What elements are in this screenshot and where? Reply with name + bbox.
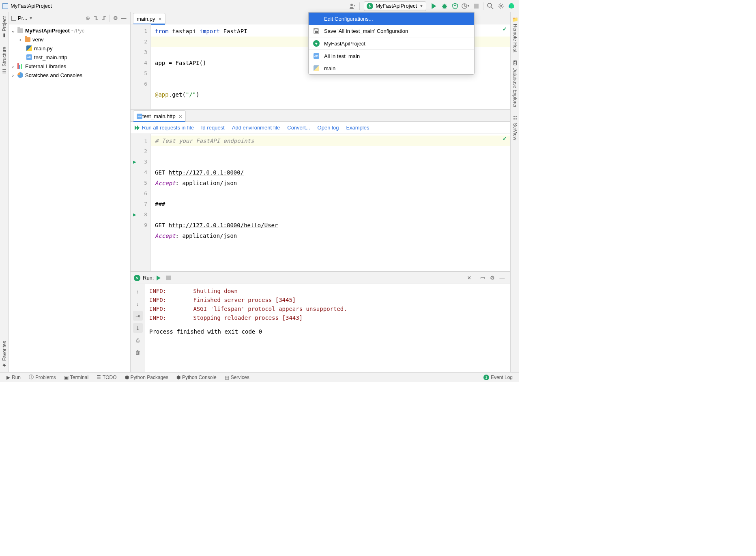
editor-tab[interactable]: main.py × — [133, 13, 165, 24]
left-tool-strip: ▮Project ☰Structure ★Favorites — [0, 12, 9, 372]
svg-point-0 — [350, 4, 353, 6]
coverage-button[interactable] — [451, 2, 460, 11]
gear-icon[interactable]: ⚙ — [112, 14, 120, 22]
run-panel-title: Run: — [143, 275, 154, 281]
jetbrains-icon[interactable] — [507, 2, 516, 11]
down-icon[interactable]: ↓ — [133, 299, 143, 308]
sciview-tool-button[interactable]: ☷SciView — [512, 116, 518, 140]
search-icon[interactable] — [486, 2, 495, 11]
terminal-tool-button[interactable]: ▣Terminal — [64, 375, 88, 380]
run-all-requests-button[interactable]: Run all requests in file — [135, 125, 194, 131]
expand-arrow-icon[interactable]: › — [18, 37, 23, 43]
add-env-file-button[interactable]: Add environment file — [232, 125, 280, 131]
event-log-button[interactable]: 1Event Log — [483, 375, 513, 380]
remote-host-tool-button[interactable]: 📁Remote Host — [512, 16, 518, 52]
gear-icon[interactable]: ⚙ — [488, 274, 496, 282]
tree-item[interactable]: External Libraries — [25, 63, 66, 69]
project-tool-window: Pr...▼ ⊕ ⇅ ⇵ ⚙ — ⌄MyFastApiProject ~/Pyc… — [9, 12, 131, 372]
tree-project-root[interactable]: MyFastApiProject — [25, 28, 70, 34]
python-packages-tool-button[interactable]: ⬢Python Packages — [125, 375, 168, 380]
expand-arrow-icon[interactable]: ⌄ — [11, 28, 15, 34]
svg-rect-3 — [474, 4, 479, 9]
hide-icon[interactable]: — — [498, 274, 506, 282]
convert-button[interactable]: Convert... — [287, 125, 310, 131]
inspection-ok-icon[interactable]: ✓ — [503, 136, 507, 142]
tree-item[interactable]: main.py — [34, 45, 53, 52]
python-icon — [313, 65, 320, 72]
editor-gutter[interactable]: 123456 — [131, 24, 151, 109]
run-gutter-icon[interactable]: ▶ — [133, 209, 136, 220]
status-bar: ▶Run ⓘProblems ▣Terminal ☰TODO ⬢Python P… — [0, 372, 519, 382]
services-tool-button[interactable]: ▤Services — [225, 375, 249, 380]
favorites-tool-button[interactable]: ★Favorites — [2, 341, 7, 368]
up-icon[interactable]: ↑ — [133, 287, 143, 296]
project-tree[interactable]: ⌄MyFastApiProject ~/Pyc ›venv main.py AP… — [9, 24, 130, 372]
dropdown-config-item[interactable]: API All in test_main — [309, 50, 474, 62]
dropdown-config-item[interactable]: main — [309, 62, 474, 74]
svg-point-5 — [500, 5, 502, 7]
debug-button[interactable] — [440, 2, 449, 11]
editor-test-main-http: API test_main.http × Run all requests in… — [131, 110, 510, 272]
collapse-all-icon[interactable]: ⇵ — [100, 14, 108, 22]
profile-button[interactable]: ▼ — [461, 2, 470, 11]
close-icon[interactable]: × — [465, 274, 473, 282]
run-side-toolbar: ↑ ↓ ⇥ ⤓ ⎙ 🗑 — [131, 284, 145, 372]
stop-button[interactable] — [164, 274, 172, 282]
open-log-button[interactable]: Open log — [318, 125, 339, 131]
scroll-to-end-icon[interactable]: ⤓ — [133, 323, 143, 333]
svg-point-4 — [488, 3, 492, 7]
tree-item[interactable]: venv — [32, 37, 43, 43]
close-icon[interactable]: × — [159, 16, 162, 22]
project-tool-button[interactable]: ▮Project — [2, 16, 7, 39]
http-client-toolbar: Run all requests in file Id request Add … — [131, 122, 510, 134]
run-gutter-icon[interactable]: ▶ — [133, 157, 136, 167]
fastapi-icon — [367, 3, 373, 9]
expand-all-icon[interactable]: ⇅ — [92, 14, 100, 22]
chevron-down-icon: ▼ — [419, 4, 423, 8]
inspection-ok-icon[interactable]: ✓ — [503, 26, 507, 32]
project-icon — [2, 3, 8, 9]
user-icon[interactable] — [348, 2, 357, 11]
http-icon: API — [313, 52, 320, 60]
hide-icon[interactable]: — — [120, 14, 128, 22]
fastapi-icon — [134, 275, 140, 281]
id-request-button[interactable]: Id request — [201, 125, 225, 131]
tree-item[interactable]: test_main.http — [34, 54, 67, 60]
todo-tool-button[interactable]: ☰TODO — [97, 375, 116, 380]
project-name: MyFastApiProject — [11, 3, 52, 9]
editor-gutter[interactable]: 12 ▶3 4567 ▶8 9 — [131, 134, 151, 271]
run-config-selector[interactable]: MyFastApiProject ▼ — [364, 1, 426, 11]
run-button[interactable] — [430, 2, 438, 11]
run-tool-window: Run: × ▭ ⚙ — ↑ ↓ ⇥ ⤓ — [131, 272, 510, 372]
delete-icon[interactable]: 🗑 — [133, 347, 143, 357]
layout-icon[interactable]: ▭ — [479, 274, 487, 282]
stop-button[interactable] — [472, 2, 481, 11]
save-icon — [313, 27, 320, 34]
run-console-output[interactable]: INFO: Shutting down INFO: Finished serve… — [145, 284, 510, 372]
rerun-button[interactable] — [155, 274, 163, 282]
settings-icon[interactable] — [496, 2, 505, 11]
code-editor[interactable]: # Test your FastAPI endpoints GET http:/… — [151, 134, 510, 271]
panel-title: Pr... — [18, 15, 27, 21]
svg-rect-7 — [315, 31, 318, 33]
expand-arrow-icon[interactable]: › — [11, 63, 15, 69]
tree-item[interactable]: Scratches and Consoles — [25, 72, 82, 78]
dropdown-save-configuration[interactable]: Save 'All in test_main' Configuration — [309, 25, 474, 37]
navigation-bar: MyFastApiProject MyFastApiProject ▼ ▼ — [0, 0, 519, 12]
python-console-tool-button[interactable]: ⬢Python Console — [176, 375, 217, 380]
database-explorer-tool-button[interactable]: 🗄Database Explorer — [512, 60, 518, 108]
structure-tool-button[interactable]: ☰Structure — [2, 47, 7, 74]
svg-rect-8 — [166, 276, 171, 280]
expand-arrow-icon[interactable]: › — [11, 72, 15, 78]
soft-wrap-icon[interactable]: ⇥ — [133, 311, 143, 321]
problems-tool-button[interactable]: ⓘProblems — [29, 374, 56, 381]
run-config-dropdown: Edit Configurations... Save 'All in test… — [308, 12, 475, 75]
editor-tab[interactable]: API test_main.http × — [133, 110, 186, 122]
examples-button[interactable]: Examples — [346, 125, 369, 131]
dropdown-edit-configurations[interactable]: Edit Configurations... — [309, 13, 474, 25]
run-tool-button[interactable]: ▶Run — [6, 375, 21, 380]
close-icon[interactable]: × — [179, 113, 182, 120]
dropdown-config-item[interactable]: MyFastApiProject — [309, 37, 474, 50]
print-icon[interactable]: ⎙ — [133, 335, 143, 345]
select-opened-file-icon[interactable]: ⊕ — [84, 14, 92, 22]
